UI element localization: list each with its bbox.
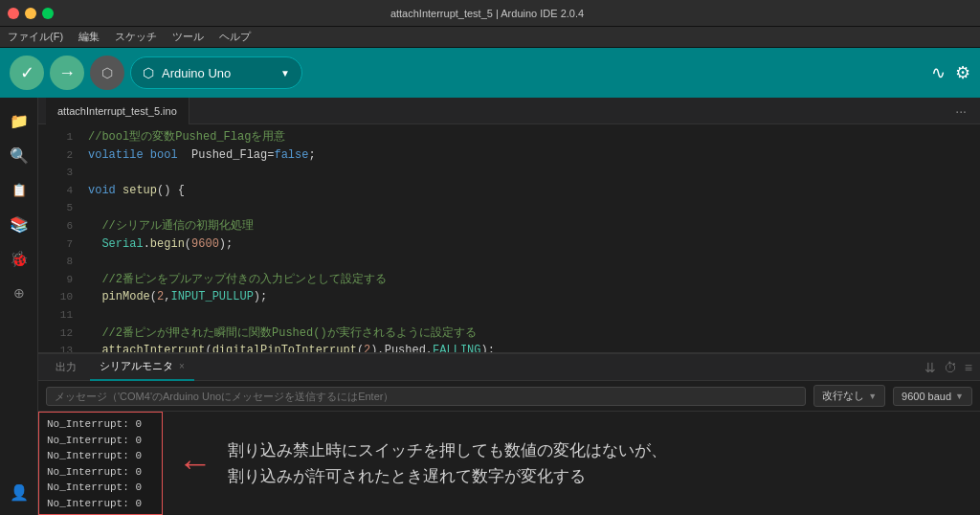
code-line-1: 1 //bool型の変数Pushed_Flagを用意 bbox=[38, 128, 980, 146]
filename-label: attachInterrupt_test_5.ino bbox=[57, 105, 177, 117]
close-button[interactable] bbox=[8, 8, 19, 19]
baud-arrow-icon: ▼ bbox=[955, 392, 964, 401]
upload-button[interactable]: → bbox=[50, 56, 84, 90]
code-text-8 bbox=[88, 253, 95, 271]
menu-bar: ファイル(F) 編集 スケッチ ツール ヘルプ bbox=[0, 27, 980, 48]
verify-icon: ✓ bbox=[20, 62, 34, 83]
waveform-button[interactable]: ∿ bbox=[931, 62, 946, 83]
sidebar-item-debug[interactable]: 🐞 bbox=[4, 243, 34, 274]
baud-rate-selector[interactable]: 9600 baud ▼ bbox=[893, 387, 972, 406]
panel-icons: ⇊ ⏱ ≡ bbox=[924, 360, 972, 375]
window-title: attachInterrupt_test_5 | Arduino IDE 2.0… bbox=[54, 8, 921, 19]
board-icon: ⬡ bbox=[143, 65, 154, 80]
sidebar-item-user[interactable]: 👤 bbox=[4, 477, 34, 507]
code-text-4: void setup() { bbox=[88, 182, 185, 200]
menu-sketch[interactable]: スケッチ bbox=[115, 30, 157, 44]
active-file-tab[interactable]: attachInterrupt_test_5.ino bbox=[46, 98, 189, 124]
explore-icon: ⊕ bbox=[13, 285, 25, 301]
code-line-8: 8 bbox=[38, 253, 980, 271]
main-layout: 📁 🔍 📋 📚 🐞 ⊕ 👤 attachInterrupt_test_5.ino bbox=[0, 98, 980, 515]
annotation-line1: 割り込み禁止時にスイッチを押しても数値の変化はないが、 bbox=[228, 441, 667, 459]
serial-log: No_Interrupt: 0 No_Interrupt: 0 No_Inter… bbox=[38, 412, 163, 515]
tab-serial-monitor[interactable]: シリアルモニタ × bbox=[90, 354, 194, 381]
toolbar: ✓ → ⬡ ⬡ Arduino Uno ▼ ∿ ⚙ bbox=[0, 48, 980, 98]
code-text-13: attachInterrupt(digitalPinToInterrupt(2)… bbox=[88, 342, 495, 352]
board-name: Arduino Uno bbox=[162, 66, 273, 80]
debug-side-icon: 🐞 bbox=[10, 250, 29, 268]
tab-output[interactable]: 出力 bbox=[46, 354, 86, 381]
menu-edit[interactable]: 編集 bbox=[78, 30, 100, 44]
clock-icon[interactable]: ⏱ bbox=[944, 360, 957, 375]
debug-icon: ⬡ bbox=[101, 65, 113, 80]
search-icon: 🔍 bbox=[10, 146, 29, 165]
code-line-10: 10 pinMode(2,INPUT_PULLUP); bbox=[38, 288, 980, 306]
menu-icon[interactable]: ≡ bbox=[965, 360, 972, 375]
red-arrow-icon: ← bbox=[178, 443, 212, 483]
log-line-1: No_Interrupt: 0 bbox=[47, 416, 154, 433]
code-line-5: 5 bbox=[38, 199, 980, 217]
annotation: ← 割り込み禁止時にスイッチを押しても数値の変化はないが、 割り込みが許可された… bbox=[163, 412, 980, 515]
sidebar: 📁 🔍 📋 📚 🐞 ⊕ 👤 bbox=[0, 98, 38, 515]
sidebar-item-files[interactable]: 📁 bbox=[4, 105, 34, 136]
code-text-7: Serial.begin(9600); bbox=[88, 235, 233, 254]
code-line-13: 13 attachInterrupt(digitalPinToInterrupt… bbox=[38, 342, 980, 352]
code-line-4: 4 void setup() { bbox=[38, 182, 980, 200]
menu-help[interactable]: ヘルプ bbox=[219, 30, 251, 44]
maximize-button[interactable] bbox=[42, 8, 54, 19]
library-icon: 📚 bbox=[10, 215, 29, 234]
code-text-3 bbox=[88, 164, 95, 182]
user-icon: 👤 bbox=[10, 483, 29, 502]
baud-rate-label: 9600 baud bbox=[902, 391, 951, 402]
log-line-4: No_Interrupt: 0 bbox=[47, 464, 154, 481]
newline-label: 改行なし bbox=[822, 389, 864, 403]
code-text-9: //2番ピンをプルアップ付きの入力ピンとして設定する bbox=[88, 271, 387, 289]
code-line-11: 11 bbox=[38, 306, 980, 325]
serial-output: No_Interrupt: 0 No_Interrupt: 0 No_Inter… bbox=[38, 412, 980, 515]
scroll-lock-icon[interactable]: ⇊ bbox=[924, 360, 936, 375]
sidebar-item-search[interactable]: 🔍 bbox=[4, 140, 34, 170]
title-bar: attachInterrupt_test_5 | Arduino IDE 2.0… bbox=[0, 0, 980, 27]
newline-arrow-icon: ▼ bbox=[868, 392, 877, 401]
serial-tab-label: シリアルモニタ bbox=[100, 359, 173, 373]
code-editor[interactable]: 1 //bool型の変数Pushed_Flagを用意 2 volatile bo… bbox=[38, 124, 980, 352]
more-options-button[interactable]: ··· bbox=[949, 103, 972, 119]
output-tab-label: 出力 bbox=[56, 360, 77, 374]
settings-button[interactable]: ⚙ bbox=[955, 62, 970, 83]
serial-tab-close[interactable]: × bbox=[179, 361, 185, 371]
log-line-2: No_Interrupt: 0 bbox=[47, 433, 154, 449]
code-text-10: pinMode(2,INPUT_PULLUP); bbox=[88, 288, 267, 306]
board-selector[interactable]: ⬡ Arduino Uno ▼ bbox=[130, 56, 302, 89]
code-line-3: 3 bbox=[38, 164, 980, 182]
bottom-panel: 出力 シリアルモニタ × ⇊ ⏱ ≡ 改行なし ▼ bbox=[38, 352, 980, 515]
code-text-5 bbox=[88, 199, 95, 217]
debug-button[interactable]: ⬡ bbox=[90, 56, 124, 90]
menu-file[interactable]: ファイル(F) bbox=[8, 30, 63, 44]
verify-button[interactable]: ✓ bbox=[10, 56, 44, 90]
annotation-text: 割り込み禁止時にスイッチを押しても数値の変化はないが、 割り込みが許可されたとき… bbox=[228, 437, 667, 489]
file-tab-bar: attachInterrupt_test_5.ino ··· bbox=[38, 98, 980, 124]
log-line-3: No_Interrupt: 0 bbox=[47, 448, 154, 464]
code-line-7: 7 Serial.begin(9600); bbox=[38, 235, 980, 254]
panel-tabs: 出力 シリアルモニタ × ⇊ ⏱ ≡ bbox=[38, 354, 980, 381]
code-line-6: 6 //シリアル通信の初期化処理 bbox=[38, 217, 980, 235]
annotation-line2: 割り込みが許可されたとき遅れて数字が変化する bbox=[228, 467, 586, 485]
code-text-6: //シリアル通信の初期化処理 bbox=[88, 217, 254, 235]
code-text-11 bbox=[88, 306, 95, 325]
folder-icon: 📁 bbox=[10, 112, 29, 130]
sidebar-item-board-manager[interactable]: 📋 bbox=[4, 174, 34, 205]
sidebar-bottom: 👤 bbox=[4, 477, 34, 515]
newline-selector[interactable]: 改行なし ▼ bbox=[813, 385, 885, 407]
sidebar-item-library[interactable]: 📚 bbox=[4, 209, 34, 239]
board-manager-icon: 📋 bbox=[11, 183, 27, 197]
minimize-button[interactable] bbox=[25, 8, 36, 19]
code-line-2: 2 volatile bool Pushed_Flag=false; bbox=[38, 146, 980, 165]
sidebar-item-explore[interactable]: ⊕ bbox=[4, 278, 34, 308]
log-line-5: No_Interrupt: 0 bbox=[47, 480, 154, 496]
serial-message-input[interactable] bbox=[46, 387, 806, 406]
code-text-2: volatile bool Pushed_Flag=false; bbox=[88, 146, 316, 165]
editor-area: attachInterrupt_test_5.ino ··· 1 //bool型… bbox=[38, 98, 980, 515]
upload-icon: → bbox=[58, 63, 76, 83]
toolbar-right: ∿ ⚙ bbox=[931, 62, 970, 83]
menu-tools[interactable]: ツール bbox=[172, 30, 204, 44]
log-line-6: No_Interrupt: 0 bbox=[47, 496, 154, 512]
